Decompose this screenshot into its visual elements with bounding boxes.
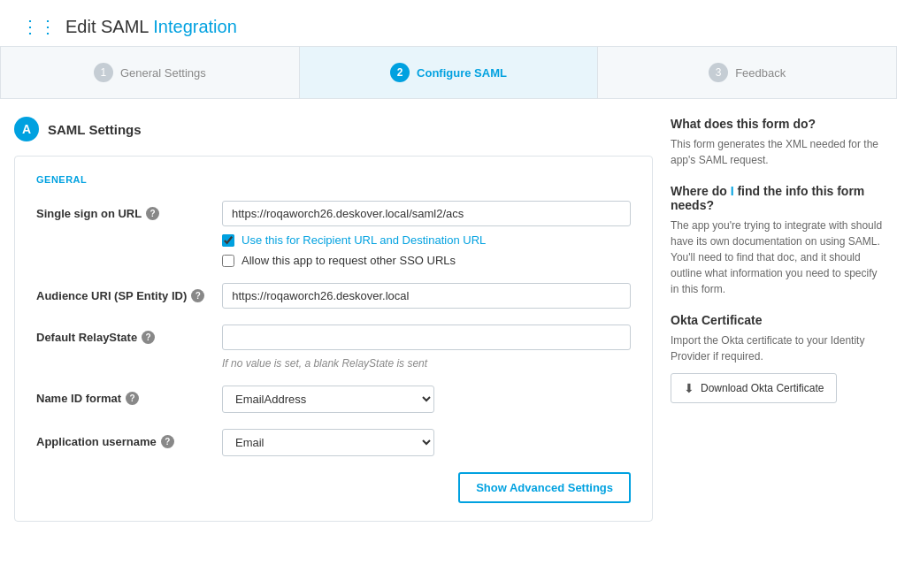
step-general-settings[interactable]: 1 General Settings	[1, 47, 300, 98]
audience-uri-label: Audience URI (SP Entity ID) ?	[36, 283, 204, 302]
section-title: SAML Settings	[48, 122, 142, 137]
sso-url-field: Use this for Recipient URL and Destinati…	[222, 201, 631, 267]
sso-url-input[interactable]	[222, 201, 631, 226]
app-username-select[interactable]: Okta username Email Windows domain usern…	[222, 429, 434, 456]
sidebar-what-title: What does this form do?	[671, 117, 883, 131]
subsection-label: GENERAL	[36, 174, 631, 185]
page-title: Edit SAML Integration	[65, 17, 237, 37]
audience-uri-row: Audience URI (SP Entity ID) ?	[36, 283, 631, 309]
checkbox-recipient-row: Use this for Recipient URL and Destinati…	[222, 233, 631, 247]
download-cert-button[interactable]: ⬇ Download Okta Certificate	[671, 373, 837, 403]
download-cert-label: Download Okta Certificate	[701, 382, 824, 394]
sso-url-row: Single sign on URL ? Use this for Recipi…	[36, 201, 631, 267]
name-id-help-icon[interactable]: ?	[126, 392, 139, 405]
show-advanced-button[interactable]: Show Advanced Settings	[458, 472, 631, 503]
main-layout: A SAML Settings GENERAL Single sign on U…	[0, 117, 897, 522]
name-id-row: Name ID format ? Unspecified EmailAddres…	[36, 386, 631, 413]
step-configure-saml[interactable]: 2 Configure SAML	[300, 47, 599, 98]
sidebar-where-title: Where do I find the info this form needs…	[671, 184, 883, 212]
sidebar-where-text: The app you're trying to integrate with …	[671, 218, 883, 297]
sidebar-what-text: This form generates the XML needed for t…	[671, 136, 883, 168]
app-username-help-icon[interactable]: ?	[161, 435, 174, 448]
page-header: ⋮⋮ Edit SAML Integration	[0, 0, 897, 46]
name-id-field: Unspecified EmailAddress X509SubjectName…	[222, 386, 631, 413]
audience-uri-input[interactable]	[222, 283, 631, 309]
sidebar-cert-text: Import the Okta certificate to your Iden…	[671, 332, 883, 364]
step-num-1: 1	[94, 63, 113, 82]
app-username-label: Application username ?	[36, 429, 204, 448]
checkbox-sso[interactable]	[222, 255, 234, 267]
audience-uri-field	[222, 283, 631, 309]
relay-state-row: Default RelayState ? If no value is set,…	[36, 325, 631, 370]
section-avatar: A	[14, 117, 39, 141]
step-num-3: 3	[709, 63, 728, 82]
name-id-select[interactable]: Unspecified EmailAddress X509SubjectName…	[222, 386, 434, 413]
sso-url-help-icon[interactable]: ?	[146, 207, 159, 220]
relay-state-field: If no value is set, a blank RelayState i…	[222, 325, 631, 370]
audience-uri-help-icon[interactable]: ?	[191, 289, 204, 302]
left-panel: A SAML Settings GENERAL Single sign on U…	[14, 117, 653, 522]
sidebar-where-link[interactable]: I	[731, 184, 734, 198]
sidebar-cert-title: Okta Certificate	[671, 313, 883, 327]
relay-state-label: Default RelayState ?	[36, 325, 204, 344]
section-header: A SAML Settings	[14, 117, 653, 141]
app-username-field: Okta username Email Windows domain usern…	[222, 429, 631, 456]
step-label-general: General Settings	[120, 66, 206, 80]
step-feedback[interactable]: 3 Feedback	[598, 47, 896, 98]
right-panel: What does this form do? This form genera…	[671, 117, 883, 522]
checkbox-sso-row: Allow this app to request other SSO URLs	[222, 254, 631, 267]
step-label-configure: Configure SAML	[417, 66, 507, 80]
step-num-2: 2	[390, 63, 410, 82]
steps-bar: 1 General Settings 2 Configure SAML 3 Fe…	[0, 46, 897, 99]
name-id-label: Name ID format ?	[36, 386, 204, 405]
relay-state-hint: If no value is set, a blank RelayState i…	[222, 357, 631, 370]
relay-state-input[interactable]	[222, 325, 631, 350]
relay-state-help-icon[interactable]: ?	[142, 331, 155, 344]
sso-url-label: Single sign on URL ?	[36, 201, 204, 220]
step-label-feedback: Feedback	[735, 66, 786, 80]
app-username-row: Application username ? Okta username Ema…	[36, 429, 631, 456]
checkbox-recipient[interactable]	[222, 234, 234, 247]
form-card: GENERAL Single sign on URL ? Use this fo…	[14, 156, 653, 522]
checkbox-recipient-label: Use this for Recipient URL and Destinati…	[242, 233, 486, 247]
checkbox-sso-label: Allow this app to request other SSO URLs	[242, 254, 456, 267]
grid-icon: ⋮⋮	[21, 16, 57, 37]
download-icon: ⬇	[684, 381, 694, 395]
